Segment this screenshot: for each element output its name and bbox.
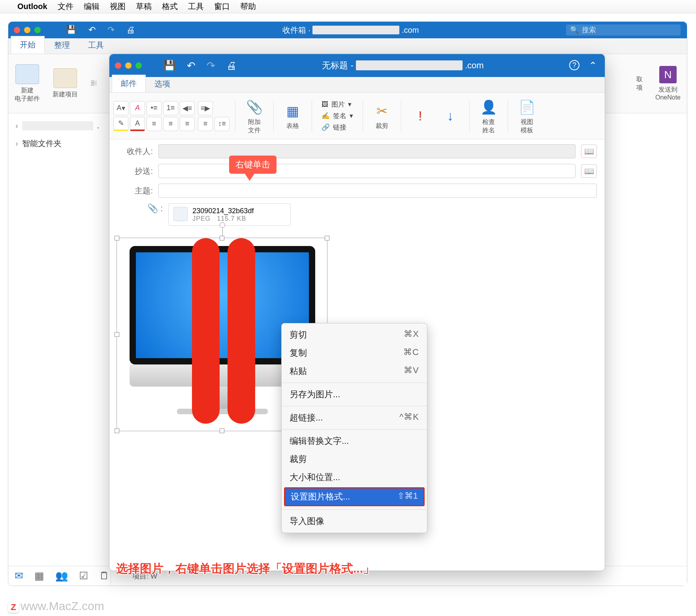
cm-import-image[interactable]: 导入图像 <box>282 512 427 530</box>
close-icon[interactable] <box>14 27 20 33</box>
save-icon[interactable]: 💾 <box>163 60 176 72</box>
sidebar-smart-folders[interactable]: › 智能文件夹 <box>8 134 111 153</box>
collapse-ribbon-icon[interactable]: ⌃ <box>589 60 597 71</box>
help-icon[interactable]: ? <box>569 60 579 70</box>
tab-home[interactable]: 开始 <box>11 36 45 54</box>
calendar-icon[interactable]: ▦ <box>34 570 44 582</box>
hyperlink-button[interactable]: 🔗链接 <box>322 123 353 132</box>
undo-icon[interactable]: ↶ <box>88 25 96 35</box>
cm-paste[interactable]: 粘贴⌘V <box>282 362 427 380</box>
resize-handle[interactable] <box>115 332 119 337</box>
people-icon[interactable]: 👥 <box>55 570 68 582</box>
get-items-button[interactable]: 取 项 <box>630 54 649 113</box>
resize-handle[interactable] <box>220 428 224 433</box>
rotate-handle[interactable] <box>220 222 225 228</box>
table-button[interactable]: ▦ 表格 <box>279 101 306 130</box>
send-onenote-button[interactable]: N 发送到 OneNote <box>649 54 687 113</box>
font-color-btn[interactable]: A <box>130 117 145 131</box>
menu-format[interactable]: 格式 <box>162 1 178 12</box>
menu-draft[interactable]: 草稿 <box>136 1 152 12</box>
compose-fields: 收件人: 📖 抄送: 📖 主题: 📎 : 23090214_32b63df JP… <box>109 139 605 231</box>
menu-help[interactable]: 帮助 <box>240 1 256 12</box>
redo-icon[interactable]: ↷ <box>207 60 215 72</box>
justify-btn[interactable]: ≡ <box>198 117 213 131</box>
sidebar-account[interactable]: › xxxxxx. <box>8 117 111 134</box>
line-spacing-btn[interactable]: ↕≡ <box>214 117 229 131</box>
address-book-button[interactable]: 📖 <box>581 145 597 158</box>
to-input[interactable] <box>158 144 576 158</box>
chevron-right-icon: › <box>15 121 18 130</box>
align-center-btn[interactable]: ≡ <box>163 117 178 131</box>
cm-edit-alt-text[interactable]: 编辑替换文字... <box>282 432 427 450</box>
cm-cut[interactable]: 剪切⌘X <box>282 326 427 344</box>
attachment-chip[interactable]: 23090214_32b63df JPEG 115.7 KB <box>168 203 291 226</box>
resize-handle[interactable] <box>220 236 224 240</box>
attach-file-button[interactable]: 📎 附加 文件 <box>241 98 268 135</box>
priority-high-button[interactable]: ! <box>407 107 434 126</box>
menu-view[interactable]: 视图 <box>110 1 126 12</box>
cc-input[interactable] <box>158 164 576 178</box>
menu-file[interactable]: 文件 <box>58 1 73 12</box>
person-check-icon: 👤 <box>479 98 498 116</box>
clear-format-btn[interactable]: A <box>130 101 145 115</box>
delete-button[interactable]: 删 <box>84 54 103 113</box>
watermark-badge: Z <box>8 602 19 613</box>
new-item-button[interactable]: 新建项目 <box>46 54 84 113</box>
check-names-button[interactable]: 👤 检查 姓名 <box>475 98 502 135</box>
new-email-button[interactable]: 新建 电子邮件 <box>8 54 46 113</box>
font-size-btn[interactable]: A▾ <box>113 101 128 115</box>
minimize-icon[interactable] <box>24 27 30 33</box>
redo-icon[interactable]: ↷ <box>107 25 115 35</box>
resize-handle[interactable] <box>115 428 119 433</box>
view-template-button[interactable]: 📄 视图 模板 <box>514 98 540 135</box>
notes-icon[interactable]: 🗒 <box>99 570 109 582</box>
format-buttons: A▾ A •≡ 1≡ ◀≡ ✎ A ≡ ≡ ≡ <box>113 101 195 131</box>
outdent-btn[interactable]: ◀≡ <box>180 101 195 115</box>
cm-copy[interactable]: 复制⌘C <box>282 344 427 362</box>
cm-crop[interactable]: 裁剪 <box>282 450 427 468</box>
tasks-icon[interactable]: ☑ <box>79 570 88 582</box>
menu-tools[interactable]: 工具 <box>188 1 204 12</box>
minimize-icon[interactable] <box>125 62 132 69</box>
menu-edit[interactable]: 编辑 <box>84 1 100 12</box>
highlight-btn[interactable]: ✎ <box>113 117 128 131</box>
subject-input[interactable] <box>158 184 597 198</box>
tab-options[interactable]: 选项 <box>146 75 179 92</box>
cm-format-picture[interactable]: 设置图片格式...⇧⌘1 <box>284 487 425 506</box>
indent-btn[interactable]: ≡▶ <box>198 101 213 115</box>
numbering-btn[interactable]: 1≡ <box>163 101 178 115</box>
chevron-right-icon: › <box>15 139 18 148</box>
tab-organize[interactable]: 整理 <box>45 37 79 54</box>
to-label: 收件人: <box>124 146 153 157</box>
insert-picture-button[interactable]: 🖼图片 ▾ <box>322 100 353 109</box>
align-right-btn[interactable]: ≡ <box>180 117 195 131</box>
cm-size-position[interactable]: 大小和位置... <box>282 468 427 486</box>
save-icon[interactable]: 💾 <box>66 25 77 35</box>
resize-handle[interactable] <box>325 236 329 240</box>
undo-icon[interactable]: ↶ <box>187 60 196 72</box>
print-icon[interactable]: 🖨 <box>226 60 237 72</box>
print-icon[interactable]: 🖨 <box>126 25 135 35</box>
cm-hyperlink[interactable]: 超链接...^⌘K <box>282 409 427 427</box>
close-icon[interactable] <box>115 62 121 69</box>
zoom-icon[interactable] <box>135 62 142 69</box>
parallels-logo-icon <box>192 238 255 424</box>
zoom-icon[interactable] <box>34 27 41 33</box>
tab-tools[interactable]: 工具 <box>79 37 113 54</box>
resize-handle[interactable] <box>115 236 119 240</box>
address-book-button[interactable]: 📖 <box>581 164 597 178</box>
main-titlebar: 💾 ↶ ↷ 🖨 收件箱 · xxxxxxxx .com 🔍 搜索 <box>8 22 687 38</box>
mail-icon[interactable]: ✉ <box>15 570 23 582</box>
tab-message[interactable]: 邮件 <box>112 75 146 92</box>
table-icon: ▦ <box>283 101 302 120</box>
crop-button[interactable]: ✂ 裁剪 <box>369 101 395 130</box>
menu-window[interactable]: 窗口 <box>214 1 230 12</box>
align-left-btn[interactable]: ≡ <box>147 117 162 131</box>
bullets-btn[interactable]: •≡ <box>147 101 162 115</box>
new-item-icon <box>53 68 77 88</box>
app-name[interactable]: Outlook <box>17 2 47 11</box>
signature-button[interactable]: ✍签名 ▾ <box>322 111 353 120</box>
cm-save-as-picture[interactable]: 另存为图片... <box>282 385 427 404</box>
priority-low-button[interactable]: ↓ <box>437 107 464 126</box>
search-input[interactable]: 🔍 搜索 <box>566 24 681 36</box>
